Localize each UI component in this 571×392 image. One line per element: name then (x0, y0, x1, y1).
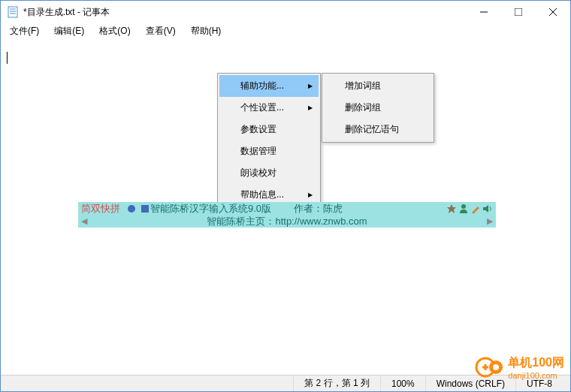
menu-data-mgmt[interactable]: 数据管理 (219, 140, 319, 162)
close-button[interactable] (536, 1, 570, 23)
menu-delmem-label: 删除记忆语句 (345, 123, 399, 136)
menu-aux-label: 辅助功能... (240, 80, 284, 92)
menu-personal-label: 个性设置... (240, 101, 284, 114)
menu-params[interactable]: 参数设置 (219, 119, 319, 140)
status-encoding: UTF-8 (515, 375, 563, 391)
status-position: 第 2 行，第 1 列 (293, 375, 380, 391)
svg-point-9 (461, 204, 466, 209)
ime-mode-name[interactable]: 简双快拼 (81, 202, 120, 216)
chevron-right-icon: ▶ (308, 83, 313, 89)
titlebar: *目录生成.txt - 记事本 (1, 1, 570, 23)
svg-marker-8 (447, 204, 456, 213)
person-icon[interactable] (458, 204, 469, 214)
menu-file[interactable]: 文件(F) (4, 23, 45, 39)
statusbar: 第 2 行，第 1 列 100% Windows (CRLF) UTF-8 (1, 375, 570, 391)
menu-params-label: 参数设置 (240, 123, 276, 136)
ime-author: 作者：陈虎 (294, 202, 343, 216)
menu-help[interactable]: 帮助(H) (185, 23, 228, 39)
ime-homepage-link[interactable]: 智能陈桥主页：http://www.znwb.com (207, 215, 367, 228)
chevron-left-icon[interactable]: ◀ (81, 216, 87, 226)
menu-add-label: 增加词组 (345, 80, 381, 92)
menu-helpinfo-label: 帮助信息... (240, 188, 284, 201)
ime-indicator-circle-icon[interactable] (128, 205, 135, 213)
star-icon[interactable] (446, 204, 457, 214)
ime-submenu-aux: 增加词组 删除词组 删除记忆语句 (322, 73, 434, 143)
ime-title: 智能陈桥汉字输入系统9.0版 (150, 202, 271, 216)
menu-personal-settings[interactable]: 个性设置...▶ (219, 97, 319, 119)
ime-row-2: ◀ 智能陈桥主页：http://www.znwb.com ▶ (78, 215, 496, 228)
window-title: *目录生成.txt - 记事本 (23, 6, 467, 19)
menu-data-label: 数据管理 (240, 145, 276, 158)
menu-edit[interactable]: 编辑(E) (48, 23, 90, 39)
status-zoom: 100% (380, 375, 425, 391)
menu-del-label: 删除词组 (345, 101, 381, 114)
menubar: 文件(F) 编辑(E) 格式(O) 查看(V) 帮助(H) (1, 23, 570, 38)
ime-toolbar-icons (446, 204, 493, 214)
svg-rect-5 (515, 8, 522, 16)
menu-read-proof[interactable]: 朗读校对 (219, 162, 319, 184)
menu-read-label: 朗读校对 (240, 167, 276, 179)
window-controls (467, 1, 570, 23)
menu-aux-functions[interactable]: 辅助功能...▶ (219, 75, 319, 97)
pencil-icon[interactable] (470, 204, 481, 214)
ime-context-menu: 辅助功能...▶ 个性设置...▶ 参数设置 数据管理 朗读校对 帮助信息...… (217, 73, 321, 208)
svg-rect-0 (8, 7, 17, 17)
maximize-button[interactable] (501, 1, 536, 23)
menu-delete-memory[interactable]: 删除记忆语句 (324, 119, 432, 140)
menu-view[interactable]: 查看(V) (140, 23, 182, 39)
ime-row-1: 简双快拼 智能陈桥汉字输入系统9.0版 作者：陈虎 (78, 202, 496, 215)
chevron-right-icon[interactable]: ▶ (487, 216, 493, 226)
menu-format[interactable]: 格式(O) (93, 23, 136, 39)
menu-add-phrase[interactable]: 增加词组 (324, 75, 432, 97)
text-cursor (7, 52, 8, 64)
ime-indicator-square-icon[interactable] (141, 205, 149, 213)
chevron-right-icon: ▶ (308, 191, 313, 198)
minimize-button[interactable] (467, 1, 501, 23)
ime-status-bar[interactable]: 简双快拼 智能陈桥汉字输入系统9.0版 作者：陈虎 ◀ 智能陈桥主页：http:… (78, 202, 496, 228)
status-eol: Windows (CRLF) (425, 375, 515, 391)
chevron-right-icon: ▶ (308, 104, 313, 111)
notepad-icon (7, 6, 19, 18)
menu-delete-phrase[interactable]: 删除词组 (324, 97, 432, 119)
speaker-icon[interactable] (482, 204, 493, 214)
